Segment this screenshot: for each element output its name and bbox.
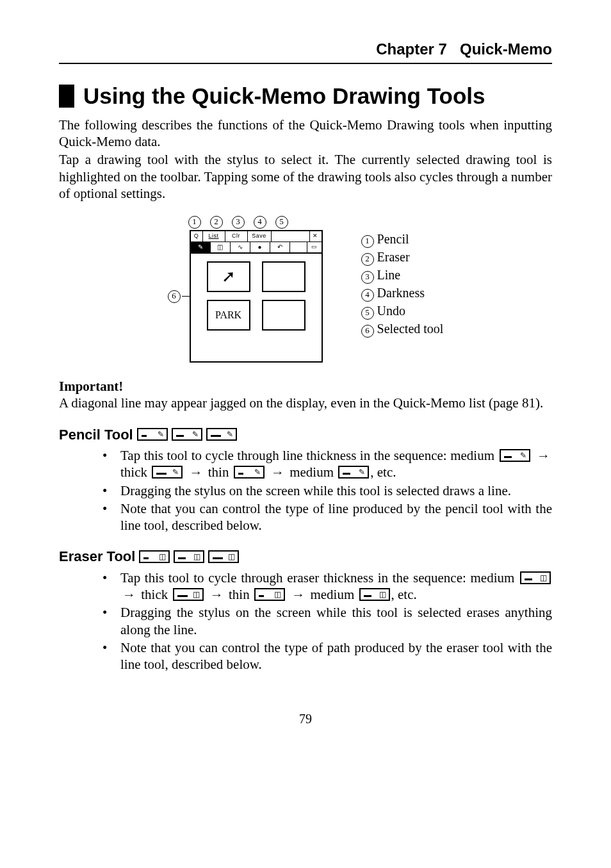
legend-num-4: 4 bbox=[361, 289, 374, 302]
title-bullet-square bbox=[59, 85, 74, 108]
undo-tool[interactable]: ↶ bbox=[270, 242, 290, 252]
eraser-icon-medium: ◫ bbox=[174, 550, 204, 563]
screen-diagram: 1 2 3 4 5 6 Q List Clr Save ✕ bbox=[168, 216, 323, 363]
pencil-subhead-row: Pencil Tool ✎ ✎ ✎ bbox=[59, 426, 552, 444]
callout-6: 6 bbox=[168, 290, 181, 303]
eraser-bullet-1: Tap this tool to cycle through eraser th… bbox=[99, 569, 552, 603]
legend-num-1: 1 bbox=[361, 235, 374, 248]
legend-num-3: 3 bbox=[361, 271, 374, 284]
memo-thumbnail-1: ➚ bbox=[207, 261, 250, 292]
legend-label-2: Eraser bbox=[377, 249, 410, 265]
clr-button[interactable]: Clr bbox=[225, 231, 248, 242]
legend-label-3: Line bbox=[377, 267, 401, 283]
save-button[interactable]: Save bbox=[248, 231, 272, 242]
memo-thumbnail-2 bbox=[262, 261, 306, 292]
eraser-tool[interactable]: ◫ bbox=[211, 242, 231, 252]
legend: 1 Pencil 2 Eraser 3 Line 4 Darkness 5 Un… bbox=[361, 231, 444, 339]
eraser-seq-thin-icon: ◫ bbox=[254, 588, 285, 601]
line-tool[interactable]: ∿ bbox=[231, 242, 250, 252]
page-number: 79 bbox=[59, 711, 552, 727]
intro-paragraph-1: The following describes the functions of… bbox=[59, 117, 552, 151]
pencil-icon-thick: ✎ bbox=[206, 428, 237, 441]
eraser-seq-medium-icon: ◫ bbox=[520, 571, 551, 584]
title-strip: Q List Clr Save ✕ bbox=[191, 231, 322, 242]
pencil-bullet-3: Note that you can control the type of li… bbox=[99, 500, 552, 534]
eraser-icon-thick: ◫ bbox=[208, 550, 239, 563]
legend-label-5: Undo bbox=[377, 303, 405, 319]
callout-1: 1 bbox=[188, 216, 201, 229]
callout-5: 5 bbox=[275, 216, 288, 229]
legend-num-5: 5 bbox=[361, 307, 374, 320]
tool-strip: ✎ ◫ ∿ ● ↶ ▭ bbox=[191, 242, 322, 254]
pencil-tool[interactable]: ✎ bbox=[191, 242, 211, 252]
drawing-canvas[interactable]: ➚ PARK bbox=[191, 261, 322, 361]
figure-area: 1 2 3 4 5 6 Q List Clr Save ✕ bbox=[59, 216, 552, 363]
chapter-subject: Quick-Memo bbox=[460, 40, 552, 58]
menu-button[interactable]: ▭ bbox=[307, 242, 322, 252]
important-heading: Important! bbox=[59, 378, 552, 395]
section-title-row: Using the Quick-Memo Drawing Tools bbox=[59, 82, 552, 110]
callout-4: 4 bbox=[254, 216, 266, 229]
pencil-seq-thin-icon: ✎ bbox=[234, 466, 265, 479]
eraser-subhead-row: Eraser Tool ◫ ◫ ◫ bbox=[59, 548, 552, 566]
screen-frame: Q List Clr Save ✕ ✎ ◫ ∿ ● ↶ ▭ bbox=[190, 230, 323, 363]
legend-num-6: 6 bbox=[361, 325, 374, 338]
pencil-icon-thin: ✎ bbox=[137, 428, 168, 441]
chapter-header: Chapter 7 Quick-Memo bbox=[59, 40, 552, 64]
pencil-bullet-2: Dragging the stylus on the screen while … bbox=[99, 482, 552, 499]
list-button[interactable]: List bbox=[203, 231, 225, 242]
eraser-bullet-2: Dragging the stylus on the screen while … bbox=[99, 604, 552, 638]
intro-paragraph-2: Tap a drawing tool with the stylus to se… bbox=[59, 151, 552, 202]
pencil-seq-medium2-icon: ✎ bbox=[338, 466, 369, 479]
tool-gap bbox=[290, 242, 307, 252]
eraser-seq-medium2-icon: ◫ bbox=[359, 588, 390, 601]
pencil-bullet-1: Tap this tool to cycle through line thic… bbox=[99, 447, 552, 481]
close-button[interactable]: ✕ bbox=[310, 231, 322, 242]
legend-label-1: Pencil bbox=[377, 231, 409, 247]
callout-6-tick bbox=[182, 296, 190, 297]
important-text: A diagonal line may appear jagged on the… bbox=[59, 395, 552, 411]
legend-label-4: Darkness bbox=[377, 285, 425, 301]
callout-3: 3 bbox=[232, 216, 245, 229]
title-gap bbox=[272, 231, 310, 242]
darkness-tool[interactable]: ● bbox=[250, 242, 270, 252]
pencil-heading: Pencil Tool bbox=[59, 426, 133, 444]
chapter-label: Chapter 7 bbox=[376, 40, 447, 58]
eraser-bullet-3: Note that you can control the type of pa… bbox=[99, 639, 552, 673]
memo-thumbnail-4 bbox=[262, 300, 306, 331]
legend-num-2: 2 bbox=[361, 253, 374, 266]
eraser-heading: Eraser Tool bbox=[59, 548, 135, 566]
mode-q-icon[interactable]: Q bbox=[191, 231, 203, 242]
eraser-seq-thick-icon: ◫ bbox=[173, 588, 204, 601]
pencil-icon-medium: ✎ bbox=[172, 428, 202, 441]
callout-2: 2 bbox=[210, 216, 223, 229]
pencil-seq-thick-icon: ✎ bbox=[152, 466, 183, 479]
section-title: Using the Quick-Memo Drawing Tools bbox=[83, 82, 485, 110]
memo-thumbnail-3: PARK bbox=[207, 300, 250, 331]
pencil-bullets: Tap this tool to cycle through line thic… bbox=[99, 447, 552, 534]
eraser-bullets: Tap this tool to cycle through eraser th… bbox=[99, 569, 552, 673]
legend-label-6: Selected tool bbox=[377, 321, 444, 337]
eraser-icon-thin: ◫ bbox=[139, 550, 170, 563]
pencil-seq-medium-icon: ✎ bbox=[500, 449, 530, 462]
